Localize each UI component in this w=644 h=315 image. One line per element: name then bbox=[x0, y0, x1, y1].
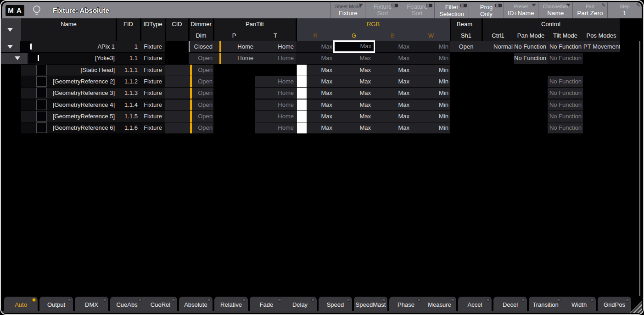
cell-dimmer[interactable]: Open bbox=[189, 111, 213, 122]
cell-b[interactable]: Max bbox=[373, 65, 412, 76]
column-header-r[interactable]: R bbox=[296, 30, 335, 41]
column-header-t[interactable]: T bbox=[255, 30, 296, 41]
cell-w[interactable]: Min bbox=[412, 99, 450, 111]
cell-t[interactable]: Home bbox=[255, 111, 296, 122]
fixture-symbol-cell[interactable] bbox=[21, 41, 31, 52]
group-header-rgb[interactable]: RGB bbox=[296, 18, 450, 30]
cell-name[interactable]: [Static Head] bbox=[21, 65, 116, 76]
cell-fid[interactable]: 1.1.3 bbox=[116, 88, 140, 99]
cell-g[interactable]: Max bbox=[335, 111, 373, 122]
cell-b[interactable]: Max bbox=[373, 99, 412, 111]
cell-w[interactable]: Min bbox=[412, 76, 450, 87]
cell-dimmer[interactable]: Open bbox=[189, 122, 213, 133]
cell-t[interactable]: Home bbox=[255, 76, 296, 87]
cell-t[interactable]: Home bbox=[255, 41, 296, 52]
cell-w[interactable]: Min bbox=[412, 88, 450, 99]
selected-cell[interactable]: Max bbox=[333, 40, 375, 53]
cell-b[interactable]: Max bbox=[373, 76, 412, 87]
titlebar-button-prog-only[interactable]: ProgOnly bbox=[469, 2, 503, 18]
column-header-p[interactable]: P bbox=[213, 30, 255, 41]
column-header-pos_modes[interactable]: Pos Modes bbox=[583, 30, 620, 41]
fixture-symbol-cell[interactable] bbox=[36, 76, 47, 87]
cell-b[interactable]: Max bbox=[373, 111, 412, 122]
fixture-symbol-cell[interactable] bbox=[36, 65, 47, 75]
cell-name[interactable]: [GeometryReference 6] bbox=[21, 122, 116, 133]
cell-dimmer[interactable]: Open bbox=[189, 65, 213, 76]
column-header-dimmer[interactable]: Dim bbox=[189, 30, 213, 41]
column-header-sh1[interactable]: Sh1 bbox=[450, 30, 482, 41]
cell-name[interactable]: [GeometryReference 2] bbox=[21, 76, 116, 87]
cell-sh1[interactable]: Open bbox=[450, 41, 482, 52]
group-header-pantilt[interactable]: PanTilt bbox=[213, 18, 296, 30]
cell-cid[interactable] bbox=[165, 65, 189, 76]
cell-g[interactable]: Max bbox=[335, 88, 373, 99]
cell-b[interactable]: Max bbox=[373, 122, 412, 133]
cell-fid[interactable]: 1.1.6 bbox=[116, 122, 140, 133]
column-header-tilt_mode[interactable]: Tilt Mode bbox=[548, 30, 583, 41]
cell-pos_modes[interactable]: PT Movement bbox=[583, 41, 620, 52]
cell-pan_mode[interactable]: No Function bbox=[514, 53, 548, 64]
titlebar-button-preset[interactable]: PresetID+Name bbox=[504, 2, 538, 18]
cell-pan_mode[interactable]: No Function bbox=[514, 41, 548, 52]
titlebar-button-channelset[interactable]: ChannelSetName bbox=[538, 2, 572, 18]
cell-cid[interactable] bbox=[165, 111, 189, 122]
cell-w[interactable]: Min bbox=[412, 111, 450, 122]
cell-name[interactable]: [GeometryReference 5] bbox=[21, 111, 116, 122]
cell-t[interactable]: Home bbox=[255, 53, 296, 64]
cell-name[interactable]: APix 1 bbox=[21, 41, 116, 52]
cell-tilt_mode[interactable]: No Function bbox=[548, 76, 583, 87]
cell-fid[interactable]: 1.1.2 bbox=[116, 76, 140, 87]
ma-logo[interactable]: M A bbox=[6, 5, 24, 16]
cell-tilt_mode[interactable]: No Function bbox=[548, 122, 583, 133]
cell-b[interactable]: Max bbox=[373, 88, 412, 99]
column-header-g[interactable]: G bbox=[335, 30, 373, 41]
expand-arrow-icon[interactable] bbox=[7, 45, 13, 49]
cell-cid[interactable] bbox=[165, 88, 189, 99]
titlebar-button-feature-sort[interactable]: FeatureSort bbox=[400, 2, 434, 18]
cell-tilt_mode[interactable]: No Function bbox=[548, 111, 583, 122]
titlebar-button-fixture-sort[interactable]: FixtureSort bbox=[365, 2, 399, 18]
cell-r[interactable]: Max bbox=[296, 53, 335, 64]
cell-dimmer[interactable]: Closed bbox=[189, 41, 213, 52]
cell-g[interactable]: Max bbox=[335, 65, 373, 76]
column-header-ctrl1[interactable]: Ctrl1 bbox=[482, 30, 514, 41]
cell-cid[interactable] bbox=[165, 76, 189, 87]
group-header-idtype[interactable]: IDType bbox=[140, 18, 165, 30]
select-all-button[interactable] bbox=[1, 18, 21, 41]
cell-idtype[interactable]: Fixture bbox=[140, 122, 165, 133]
group-header-name[interactable]: Name bbox=[21, 18, 116, 30]
cell-idtype[interactable]: Fixture bbox=[140, 65, 165, 76]
cell-tilt_mode[interactable]: No Function bbox=[548, 41, 583, 52]
cell-fid[interactable]: 1.1 bbox=[116, 53, 140, 64]
cell-ctrl1[interactable]: Normal bbox=[482, 41, 514, 52]
expand-arrow-icon[interactable] bbox=[15, 56, 20, 60]
cell-name[interactable]: [GeometryReference 3] bbox=[21, 88, 116, 99]
fixture-symbol-cell[interactable] bbox=[36, 99, 47, 110]
cell-tilt_mode[interactable]: No Function bbox=[548, 99, 583, 111]
group-header-cid[interactable]: CID bbox=[165, 18, 189, 30]
group-header-beam[interactable]: Beam bbox=[450, 18, 482, 30]
cell-name[interactable]: [GeometryReference 4] bbox=[21, 99, 116, 111]
cell-g[interactable]: Max bbox=[335, 76, 373, 87]
titlebar-button-step[interactable]: Step1✎ bbox=[607, 2, 642, 18]
cell-dimmer[interactable]: Open bbox=[189, 99, 213, 111]
fixture-symbol-cell[interactable] bbox=[36, 88, 47, 98]
cell-tilt_mode[interactable]: No Function bbox=[548, 88, 583, 99]
cell-idtype[interactable]: Fixture bbox=[140, 76, 165, 87]
group-header-control[interactable]: Control bbox=[482, 18, 620, 30]
cell-fid[interactable]: 1.1.4 bbox=[116, 99, 140, 111]
cell-fid[interactable]: 1.1.5 bbox=[116, 111, 140, 122]
cell-w[interactable]: Min bbox=[412, 53, 450, 64]
cell-idtype[interactable]: Fixture bbox=[140, 41, 165, 52]
expand-cell[interactable] bbox=[1, 53, 28, 64]
cell-g[interactable]: Max bbox=[335, 122, 373, 133]
cell-idtype[interactable]: Fixture bbox=[140, 99, 165, 111]
titlebar-button-sheet-mode[interactable]: Sheet ModeFixture bbox=[330, 2, 365, 18]
column-header-b[interactable]: B bbox=[373, 30, 412, 41]
cell-fid[interactable]: 1 bbox=[116, 41, 140, 52]
cell-g[interactable]: Max bbox=[335, 53, 373, 64]
fixture-symbol-cell[interactable] bbox=[36, 111, 47, 122]
expand-cell[interactable] bbox=[1, 41, 20, 52]
cell-g[interactable]: Max bbox=[335, 99, 373, 111]
cell-t[interactable]: Home bbox=[255, 122, 296, 133]
